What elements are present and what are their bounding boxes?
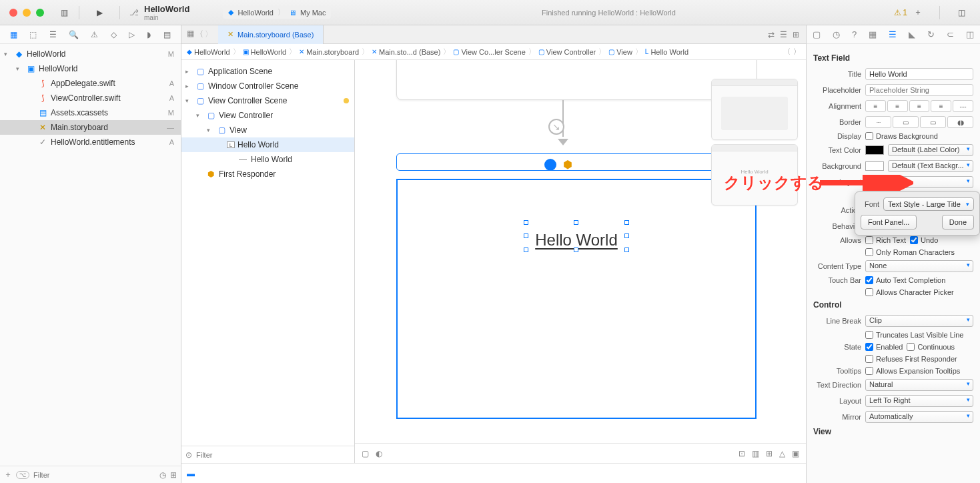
align-center[interactable]: ≡: [887, 100, 908, 112]
navigator-item[interactable]: ⟆AppDelegate.swiftA: [0, 76, 181, 91]
appearance-icon[interactable]: ◐: [376, 449, 382, 458]
source-control-icon[interactable]: ⬚: [29, 30, 37, 39]
report-navigator-icon[interactable]: ▤: [163, 30, 171, 39]
debug-navigator-icon[interactable]: ▷: [129, 30, 135, 39]
contenttype-select[interactable]: None: [865, 260, 973, 272]
border-bezel[interactable]: ▭: [920, 116, 946, 128]
resize-handle[interactable]: [574, 248, 578, 252]
embed-icon[interactable]: ▣: [792, 449, 799, 458]
resize-handle[interactable]: [524, 248, 528, 252]
navigator-item[interactable]: ✕Main.storyboard—: [0, 120, 181, 135]
nav-back-icon[interactable]: 〈: [195, 29, 203, 40]
continuous-check[interactable]: [907, 343, 915, 351]
run-button[interactable]: ▶: [91, 6, 107, 19]
scheme-selector[interactable]: ◆ HelloWorld 〉 🖥 My Mac: [223, 6, 331, 19]
trunc-last-check[interactable]: [865, 331, 873, 339]
resize-handle[interactable]: [624, 220, 629, 225]
view-controller-titlebar[interactable]: [396, 153, 757, 171]
zoom-window[interactable]: [36, 9, 44, 17]
view-controller-view[interactable]: Hello World: [396, 179, 757, 419]
jumpbar-segment[interactable]: ▢View: [608, 48, 632, 56]
resize-handle[interactable]: [524, 233, 528, 238]
breakpoint-navigator-icon[interactable]: ◗: [147, 30, 151, 39]
file-inspector-icon[interactable]: ▢: [813, 29, 821, 39]
navigator-item[interactable]: ▾◆HelloWorldM: [0, 47, 181, 61]
jumpbar-segment[interactable]: ✕Main.sto...d (Base): [372, 48, 440, 56]
mirror-select[interactable]: Automatically: [865, 411, 973, 423]
align-right[interactable]: ≡: [909, 100, 930, 112]
bg-color-select[interactable]: Default (Text Backgr...: [888, 160, 973, 172]
symbol-navigator-icon[interactable]: ☰: [49, 30, 57, 39]
placeholder-field[interactable]: [865, 84, 973, 96]
find-navigator-icon[interactable]: 🔍: [69, 30, 79, 39]
navigator-item[interactable]: ▤Assets.xcassetsM: [0, 105, 181, 120]
jump-back-icon[interactable]: 〈: [783, 47, 791, 57]
history-inspector-icon[interactable]: ◷: [833, 29, 840, 39]
project-navigator-icon[interactable]: ▦: [10, 30, 17, 39]
border-none[interactable]: ┈: [865, 116, 891, 128]
jumpbar-segment[interactable]: LHello World: [645, 48, 688, 56]
textdir-select[interactable]: Natural: [865, 379, 973, 391]
effects-inspector-icon[interactable]: ◫: [966, 29, 974, 39]
add-editor-icon[interactable]: ⊞: [793, 30, 799, 39]
expansion-check[interactable]: [865, 367, 873, 375]
draws-background-check[interactable]: [865, 132, 873, 140]
align-natural[interactable]: ---: [953, 100, 973, 112]
identity-inspector-icon[interactable]: ▦: [869, 29, 877, 39]
linebreak-select[interactable]: Clip: [865, 315, 973, 327]
resize-handle[interactable]: [624, 233, 629, 238]
first-responder-dock[interactable]: ⬢: [563, 158, 575, 170]
align-left[interactable]: ≡: [865, 100, 886, 112]
connections-inspector-icon[interactable]: ↻: [927, 29, 935, 39]
nav-forward-icon[interactable]: 〉: [205, 29, 213, 40]
add-button[interactable]: ＋: [910, 6, 926, 19]
char-picker-check[interactable]: [865, 288, 873, 296]
library-icon[interactable]: ◫: [953, 6, 969, 19]
minimize-window[interactable]: [23, 9, 31, 17]
vc-dock-button[interactable]: [544, 159, 556, 171]
text-color-select[interactable]: Default (Label Color): [888, 144, 973, 156]
bindings-inspector-icon[interactable]: ⊂: [947, 29, 954, 39]
resolve-icon[interactable]: △: [779, 449, 785, 458]
jump-forward-icon[interactable]: 〉: [793, 47, 801, 57]
warning-indicator[interactable]: ⚠ 1: [894, 8, 907, 17]
navigator-item[interactable]: ⟆ViewController.swiftA: [0, 91, 181, 105]
align-justify[interactable]: ≡: [931, 100, 951, 112]
refuses-check[interactable]: [865, 355, 873, 363]
navigator-item[interactable]: ▾▣HelloWorld: [0, 61, 181, 76]
only-roman-check[interactable]: [865, 248, 873, 256]
scm-filter-icon[interactable]: ⊞: [170, 470, 177, 480]
jumpbar-segment[interactable]: ✕Main.storyboard: [299, 48, 359, 56]
jumpbar-segment[interactable]: ◆HelloWorld: [187, 48, 230, 56]
ctrl-layout-select[interactable]: Left To Right: [865, 395, 973, 407]
outline-item[interactable]: ▾▢View Controller: [181, 108, 354, 123]
recent-filter-icon[interactable]: ◷: [159, 470, 166, 480]
outline-item[interactable]: ▸▢Window Controller Scene: [181, 79, 354, 93]
border-line[interactable]: ▭: [893, 116, 919, 128]
editor-tab-active[interactable]: ✕ Main.storyboard (Base): [218, 25, 324, 44]
resize-handle[interactable]: [624, 248, 629, 252]
size-inspector-icon[interactable]: ◣: [909, 29, 915, 39]
outline-filter-input[interactable]: [196, 451, 350, 459]
done-button[interactable]: Done: [942, 215, 974, 229]
jumpbar-segment[interactable]: ▢View Co...ler Scene: [453, 48, 525, 56]
device-config-icon[interactable]: ▢: [362, 449, 369, 458]
jump-bar[interactable]: ◆HelloWorld〉▣HelloWorld〉✕Main.storyboard…: [181, 44, 806, 60]
pin-icon[interactable]: ⊞: [766, 449, 773, 458]
align-icon[interactable]: ▥: [752, 449, 759, 458]
outline-item[interactable]: LHello World: [181, 137, 354, 152]
issue-navigator-icon[interactable]: ⚠: [91, 30, 98, 39]
add-icon[interactable]: ＋: [4, 469, 12, 480]
bg-color-swatch[interactable]: [865, 161, 884, 171]
filter-scope-icon[interactable]: ⌥: [16, 471, 29, 479]
resize-handle[interactable]: [524, 220, 528, 225]
jumpbar-segment[interactable]: ▣HelloWorld: [243, 48, 287, 56]
navigator-filter-input[interactable]: [33, 471, 155, 479]
attributes-inspector-icon[interactable]: ☰: [889, 29, 897, 39]
font-panel-button[interactable]: Font Panel...: [861, 215, 917, 229]
richtext-check[interactable]: [865, 236, 873, 244]
adjust-editor-icon[interactable]: ⇄: [768, 30, 775, 39]
title-field[interactable]: [865, 68, 973, 80]
outline-item[interactable]: —Hello World: [181, 152, 354, 167]
jumpbar-segment[interactable]: ▢View Controller: [538, 48, 596, 56]
